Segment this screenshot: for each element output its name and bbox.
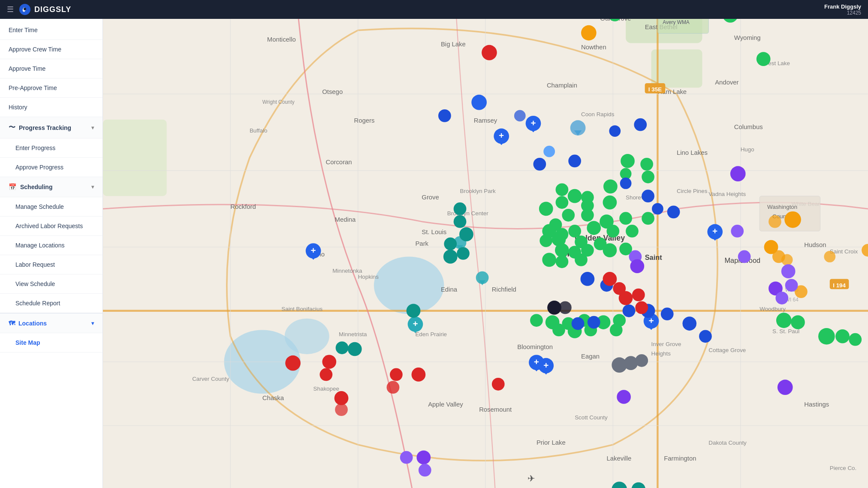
main-container: Enter Time Approve Crew Time Approve Tim… <box>0 19 868 488</box>
svg-text:Lakeville: Lakeville <box>606 455 631 462</box>
wave-icon: 〜 <box>9 123 15 132</box>
svg-point-155 <box>603 196 617 210</box>
svg-text:Woodbury: Woodbury <box>760 306 786 312</box>
map-container: Elk River Monticello Otsego Buffalo Roge… <box>103 19 868 488</box>
svg-text:Pierce Co.: Pierce Co. <box>830 465 856 471</box>
sidebar-item-site-map[interactable]: Site Map <box>0 333 102 352</box>
sidebar-item-schedule-report[interactable]: Schedule Report <box>0 294 102 313</box>
svg-point-223 <box>635 301 648 314</box>
svg-text:Rosemount: Rosemount <box>479 406 512 413</box>
svg-point-219 <box>603 272 617 286</box>
sidebar-label-enter-time: Enter Time <box>9 27 38 33</box>
logo-icon <box>19 3 31 15</box>
svg-point-257 <box>348 342 362 356</box>
svg-point-146 <box>756 52 771 66</box>
svg-point-253 <box>407 304 421 318</box>
svg-rect-7 <box>651 49 702 87</box>
svg-point-140 <box>781 254 793 265</box>
svg-point-181 <box>556 255 569 268</box>
svg-text:Heights: Heights <box>651 350 671 357</box>
sidebar-section-scheduling[interactable]: 📅 Scheduling ▾ <box>0 177 102 197</box>
sidebar-label-manage-schedule: Manage Schedule <box>15 203 64 210</box>
sidebar-item-manage-locations[interactable]: Manage Locations <box>0 236 102 255</box>
svg-point-142 <box>824 251 835 262</box>
svg-point-196 <box>835 329 850 343</box>
user-id: 12425 <box>824 10 861 16</box>
svg-point-3 <box>374 256 444 314</box>
sidebar-item-enter-time[interactable]: Enter Time <box>0 21 102 40</box>
svg-point-234 <box>731 225 744 238</box>
sidebar-item-approve-time[interactable]: Approve Time <box>0 59 102 78</box>
svg-point-163 <box>642 212 654 225</box>
map-background: Elk River Monticello Otsego Buffalo Roge… <box>103 19 868 488</box>
svg-point-206 <box>652 203 663 215</box>
svg-text:+: + <box>499 130 504 140</box>
svg-text:Buffalo: Buffalo <box>250 127 267 134</box>
logo-text: DIGGSLY <box>34 5 71 14</box>
svg-point-137 <box>769 215 781 228</box>
svg-text:Shakopee: Shakopee <box>313 386 339 392</box>
sidebar-item-enter-progress[interactable]: Enter Progress <box>0 139 102 158</box>
sidebar-label-manage-locations: Manage Locations <box>15 242 64 249</box>
chevron-down-icon: ▾ <box>91 125 94 131</box>
svg-point-135 <box>581 25 597 41</box>
menu-hamburger-icon[interactable]: ☰ <box>7 5 14 14</box>
sidebar-label-approve-progress: Approve Progress <box>15 164 63 171</box>
svg-point-182 <box>542 253 556 267</box>
svg-text:Dakota County: Dakota County <box>708 440 747 446</box>
svg-text:✈: ✈ <box>527 473 535 483</box>
svg-point-229 <box>335 403 348 416</box>
svg-point-203 <box>568 155 581 168</box>
svg-point-222 <box>632 289 645 301</box>
sidebar-section-label-locations: Locations <box>18 320 47 327</box>
svg-text:Grove: Grove <box>422 194 439 201</box>
svg-point-194 <box>791 315 805 329</box>
svg-point-259 <box>559 301 572 314</box>
svg-point-159 <box>562 209 575 222</box>
sidebar-item-approve-crew-time[interactable]: Approve Crew Time <box>0 40 102 59</box>
svg-rect-8 <box>103 120 167 196</box>
svg-text:Chaska: Chaska <box>262 395 284 401</box>
svg-point-244 <box>419 464 431 477</box>
svg-point-215 <box>682 316 696 331</box>
svg-point-205 <box>642 190 654 202</box>
svg-point-238 <box>781 264 796 278</box>
sidebar-item-labor-request[interactable]: Labor Request <box>0 255 102 274</box>
sidebar-label-view-schedule: View Schedule <box>15 280 55 287</box>
svg-point-158 <box>539 202 553 216</box>
svg-point-162 <box>619 212 632 225</box>
sidebar-item-archived-labor-requests[interactable]: Archived Labor Requests <box>0 217 102 236</box>
svg-text:Rockford: Rockford <box>230 203 256 210</box>
svg-point-221 <box>619 291 633 305</box>
logo-area: DIGGSLY <box>19 3 71 15</box>
svg-text:Hopkins: Hopkins <box>358 274 379 280</box>
svg-point-231 <box>322 355 336 369</box>
sidebar-label-history: History <box>9 104 27 111</box>
svg-point-149 <box>642 171 654 184</box>
sidebar-item-view-schedule[interactable]: View Schedule <box>0 274 102 294</box>
svg-text:Park: Park <box>415 240 428 247</box>
sidebar-item-approve-progress[interactable]: Approve Progress <box>0 158 102 177</box>
app-header: ☰ DIGGSLY Frank Diggsly 12425 <box>0 0 868 19</box>
svg-point-193 <box>776 313 792 328</box>
sidebar-section-progress-tracking[interactable]: 〜 Progress Tracking ▾ <box>0 117 102 139</box>
sidebar-item-history[interactable]: History <box>0 98 102 117</box>
svg-text:+: + <box>543 360 549 370</box>
sidebar-section-locations[interactable]: 🗺 Locations ▾ <box>0 313 102 333</box>
sidebar-label-approve-crew-time: Approve Crew Time <box>9 46 61 53</box>
sidebar-item-manage-schedule[interactable]: Manage Schedule <box>0 197 102 217</box>
svg-text:Scott County: Scott County <box>575 414 608 421</box>
svg-point-189 <box>552 324 565 337</box>
svg-text:S. St. Paul: S. St. Paul <box>772 328 799 334</box>
svg-text:+: + <box>413 319 418 328</box>
svg-point-168 <box>587 221 601 235</box>
svg-point-250 <box>444 238 457 250</box>
user-name: Frank Diggsly <box>824 3 861 10</box>
svg-point-167 <box>568 225 581 238</box>
svg-text:Avery WMA: Avery WMA <box>663 19 690 25</box>
svg-text:Wright County: Wright County <box>262 99 295 105</box>
svg-point-239 <box>785 279 798 292</box>
svg-point-225 <box>412 368 426 382</box>
sidebar-item-pre-approve-time[interactable]: Pre-Approve Time <box>0 78 102 98</box>
svg-text:Coon Rapids: Coon Rapids <box>581 111 615 117</box>
